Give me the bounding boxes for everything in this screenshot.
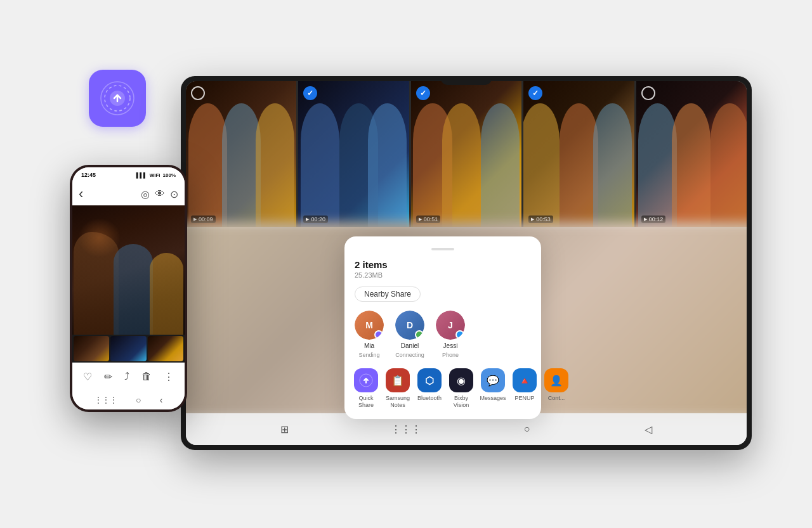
contact-dot-mia	[374, 330, 383, 339]
quick-share-app-icon[interactable]	[89, 70, 146, 127]
gallery-item-4[interactable]: 00:53	[523, 81, 634, 227]
wifi-icon: WiFi	[150, 172, 160, 178]
phone-toolbar: ‹ ◎ 👁 ⊙	[72, 183, 185, 205]
app-label-bixby-vision: Bixby Vision	[450, 395, 473, 409]
tablet-nav-screen-mirror[interactable]: ⊞	[278, 422, 292, 436]
app-bluetooth[interactable]: ⬡ Bluetooth	[418, 368, 441, 402]
sheet-handle	[431, 248, 454, 250]
phone-thumb-2[interactable]	[110, 336, 146, 361]
gallery-check-5[interactable]	[641, 86, 655, 100]
contact-dot-jessi	[455, 330, 464, 339]
share-size: 25.23MB	[355, 271, 531, 279]
contact-name-jessi: Jessi	[443, 342, 458, 349]
gallery-item-2[interactable]: 00:20	[298, 81, 409, 227]
signal-icon: ▌▌▌	[136, 172, 147, 178]
gallery-strip: 00:09 00:20	[186, 81, 747, 227]
tablet-notch	[441, 76, 492, 85]
app-label-bluetooth: Bluetooth	[417, 395, 442, 402]
gallery-item-1[interactable]: 00:09	[186, 81, 296, 227]
tablet-device: 00:09 00:20	[181, 76, 752, 450]
tablet-screen: 00:09 00:20	[186, 81, 747, 445]
like-button[interactable]: ♡	[83, 371, 92, 383]
tablet-nav-recents[interactable]: ⋮⋮⋮	[399, 422, 413, 436]
phone-thumb-3[interactable]	[148, 336, 183, 361]
app-contacts[interactable]: 👤 Cont...	[545, 368, 568, 402]
contact-status-jessi: Phone	[442, 352, 459, 358]
contact-status-mia: Sending	[358, 352, 379, 358]
app-penup[interactable]: 🔺 PENUP	[513, 368, 536, 402]
battery-indicator: 100%	[163, 172, 176, 178]
app-messages[interactable]: 💬 Messages	[481, 368, 504, 402]
tablet-nav-back[interactable]: ◁	[641, 422, 655, 436]
more-icon[interactable]: ⊙	[170, 188, 178, 200]
circle-icon[interactable]: ◎	[141, 188, 150, 200]
gallery-check-3[interactable]	[416, 86, 430, 100]
phone-screen: 12:45 ▌▌▌ WiFi 100% ‹ ◎ 👁 ⊙	[72, 167, 185, 409]
contact-avatar-mia: M	[355, 311, 384, 340]
back-button[interactable]: ‹	[79, 186, 83, 202]
app-label-samsung-notes: SamsungNotes	[386, 395, 410, 409]
tablet-nav-home[interactable]: ○	[520, 422, 534, 436]
contact-name-mia: Mia	[364, 342, 374, 349]
contact-jessi[interactable]: J Jessi Phone	[436, 311, 465, 358]
gallery-item-5[interactable]: 00:12	[636, 81, 747, 227]
contact-avatar-jessi: J	[436, 311, 465, 340]
contact-status-daniel: Connecting	[395, 352, 424, 358]
app-bixby-vision[interactable]: ◉ Bixby Vision	[450, 368, 473, 409]
gallery-item-3[interactable]: 00:51	[411, 81, 521, 227]
contact-dot-daniel	[415, 330, 424, 339]
nearby-share-button[interactable]: Nearby Share	[355, 287, 421, 302]
contact-mia[interactable]: M Mia Sending	[355, 311, 384, 358]
phone-time: 12:45	[81, 172, 96, 178]
phone-thumbnails	[72, 335, 185, 363]
phone-nav-bar: ⋮⋮⋮ ○ ‹	[72, 390, 185, 409]
app-label-contacts: Cont...	[548, 395, 565, 402]
app-samsung-notes[interactable]: 📋 SamsungNotes	[386, 368, 409, 409]
app-label-penup: PENUP	[514, 395, 534, 402]
app-quick-share[interactable]: Quick Share	[355, 368, 377, 409]
share-title: 2 items	[355, 259, 531, 270]
app-label-quick-share: Quick Share	[355, 395, 377, 409]
phone-main-photo	[72, 205, 185, 335]
delete-button[interactable]: 🗑	[141, 371, 152, 382]
phone-status-bar: 12:45 ▌▌▌ WiFi 100%	[72, 167, 185, 183]
share-button[interactable]: ⤴	[124, 371, 129, 382]
app-label-messages: Messages	[480, 395, 506, 402]
contact-daniel[interactable]: D Daniel Connecting	[395, 311, 424, 358]
phone-nav-recents[interactable]: ⋮⋮⋮	[95, 396, 117, 404]
phone-nav-home[interactable]: ○	[136, 395, 141, 405]
gallery-check-1[interactable]	[191, 86, 205, 100]
status-icons: ▌▌▌ WiFi 100%	[136, 172, 176, 178]
phone-device: 12:45 ▌▌▌ WiFi 100% ‹ ◎ 👁 ⊙	[70, 165, 187, 412]
toolbar-icons: ◎ 👁 ⊙	[141, 188, 178, 200]
contact-name-daniel: Daniel	[401, 342, 419, 349]
eye-icon[interactable]: 👁	[155, 188, 165, 200]
gallery-check-4[interactable]	[528, 86, 542, 100]
edit-button[interactable]: ✏	[104, 371, 112, 383]
more-options-button[interactable]: ⋮	[164, 371, 174, 383]
share-sheet: 2 items 25.23MB Nearby Share M Mia Sendi…	[344, 236, 541, 419]
contact-avatar-daniel: D	[395, 311, 424, 340]
apps-row: Quick Share 📋 SamsungNotes ⬡ Bluetooth	[355, 368, 531, 409]
phone-nav-back[interactable]: ‹	[160, 395, 163, 405]
phone-actions-bar: ♡ ✏ ⤴ 🗑 ⋮	[72, 363, 185, 390]
phone-thumb-1[interactable]	[74, 336, 109, 361]
contacts-row: M Mia Sending D Daniel	[355, 311, 531, 358]
gallery-check-2[interactable]	[303, 86, 317, 100]
